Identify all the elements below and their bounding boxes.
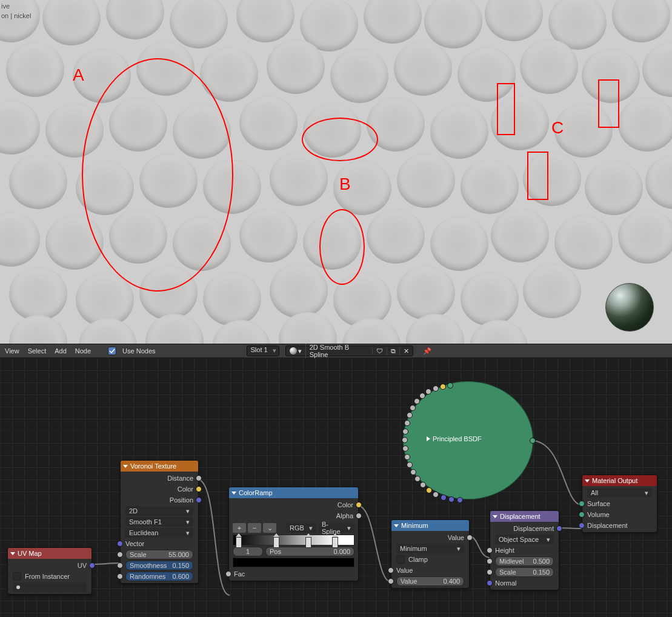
ramp-remove[interactable]: −	[248, 523, 261, 533]
input-vector: Vector	[125, 540, 144, 547]
menu-select[interactable]: Select	[27, 347, 48, 355]
dimple	[367, 209, 425, 264]
ramp-color-swatch[interactable]	[233, 558, 354, 567]
dimple	[239, 96, 298, 150]
voronoi-smoothness[interactable]: Smoothness0.150	[125, 561, 193, 570]
node-editor-canvas[interactable]: UV Map UV From Instancer Voronoi Texture…	[0, 358, 672, 617]
duplicate-icon[interactable]: ⧉	[387, 347, 399, 355]
close-icon[interactable]: ✕	[399, 347, 413, 355]
node-uvmap-header[interactable]: UV Map	[8, 548, 91, 559]
node-minimum-header[interactable]: Minimum	[391, 520, 469, 531]
bsdf-input[interactable]	[419, 393, 425, 399]
viewport-3d[interactable]: /* decorative dimples built below after …	[0, 0, 672, 344]
bsdf-input[interactable]	[402, 445, 408, 452]
bsdf-input[interactable]	[404, 420, 410, 426]
output-distance: Distance	[167, 475, 193, 482]
ramp-stop-0[interactable]	[236, 533, 242, 548]
ramp-interp[interactable]: B-Spline	[318, 523, 354, 533]
node-colorramp-header[interactable]: ColorRamp	[229, 487, 358, 498]
bsdf-input[interactable]	[447, 382, 453, 389]
node-minimum[interactable]: Minimum Value Minimum Clamp Value Value0…	[391, 519, 470, 589]
annotation-c-label: C	[551, 118, 564, 138]
ramp-mode[interactable]: RGB	[286, 523, 316, 533]
ramp-stop-3[interactable]	[332, 533, 338, 548]
material-slot-select[interactable]: Slot 1	[247, 345, 279, 356]
collapse-icon[interactable]	[231, 492, 236, 495]
math-operation[interactable]: Minimum	[396, 544, 464, 553]
bsdf-input[interactable]	[407, 412, 413, 418]
bsdf-output[interactable]	[530, 438, 536, 444]
node-voronoi-header[interactable]: Voronoi Texture	[121, 461, 198, 472]
bsdf-input[interactable]	[433, 492, 439, 498]
node-displacement[interactable]: Displacement Displacement Object Space H…	[490, 510, 559, 590]
voronoi-scale[interactable]: Scale55.000	[125, 550, 193, 559]
shield-icon[interactable]: 🛡	[372, 347, 387, 355]
from-instancer-checkbox[interactable]	[13, 572, 21, 581]
bsdf-input[interactable]	[414, 476, 421, 482]
output-displacement: Displacement	[513, 525, 554, 532]
bsdf-input[interactable]	[402, 429, 408, 435]
dimple	[585, 161, 643, 215]
bsdf-input[interactable]	[402, 437, 408, 443]
ramp-add[interactable]: +	[233, 523, 246, 533]
ramp-gradient[interactable]	[233, 535, 354, 545]
menu-node[interactable]: Node	[74, 347, 92, 355]
voronoi-dimensions[interactable]: 2D	[125, 506, 193, 516]
ramp-menu[interactable]: ⌄	[263, 523, 276, 533]
input-value-2[interactable]: Value0.400	[396, 576, 464, 586]
node-colorramp[interactable]: ColorRamp Color Alpha + − ⌄ RGB B-Spline	[228, 487, 359, 581]
output-target[interactable]: All	[587, 488, 652, 498]
use-nodes-checkbox[interactable]	[108, 347, 116, 355]
uvmap-select[interactable]	[13, 582, 87, 592]
node-uvmap[interactable]: UV Map UV From Instancer	[7, 547, 92, 595]
bsdf-input[interactable]	[414, 398, 420, 404]
ramp-stop-2[interactable]	[305, 533, 311, 548]
ramp-position[interactable]: Pos0.000	[265, 547, 354, 556]
bsdf-input[interactable]	[410, 405, 416, 411]
pin-icon[interactable]: 📌	[423, 347, 431, 355]
node-voronoi[interactable]: Voronoi Texture Distance Color Position …	[120, 460, 199, 584]
bsdf-input[interactable]	[457, 497, 463, 503]
bsdf-input[interactable]	[407, 462, 413, 468]
material-selector[interactable]: ▾ 2D Smooth B Spline 🛡 ⧉ ✕	[285, 345, 413, 356]
bsdf-input[interactable]	[426, 487, 432, 493]
bsdf-title[interactable]: Principled BSDF	[427, 435, 482, 442]
collapse-icon[interactable]	[123, 465, 128, 468]
displacement-midlevel[interactable]: Midlevel0.500	[495, 556, 554, 566]
node-principled-bsdf[interactable]: Principled BSDF	[403, 381, 533, 499]
clamp-checkbox[interactable]	[396, 555, 405, 564]
bsdf-input[interactable]	[441, 495, 447, 501]
collapse-icon[interactable]	[10, 552, 15, 555]
voronoi-randomness[interactable]: Randomnes0.600	[125, 572, 193, 581]
node-displacement-header[interactable]: Displacement	[490, 511, 559, 522]
menu-view[interactable]: View	[4, 347, 21, 355]
material-browse-icon[interactable]: ▾	[286, 347, 305, 355]
clamp-label: Clamp	[408, 556, 428, 563]
expand-icon[interactable]	[427, 436, 430, 441]
voronoi-metric[interactable]: Euclidean	[125, 528, 193, 538]
bsdf-input[interactable]	[448, 496, 454, 502]
displacement-space[interactable]: Object Space	[495, 535, 554, 544]
collapse-icon[interactable]	[493, 515, 497, 518]
ramp-stop-index[interactable]: 1	[233, 547, 263, 556]
bsdf-input[interactable]	[425, 389, 431, 395]
bsdf-input[interactable]	[433, 385, 439, 392]
node-material-output-header[interactable]: Material Output	[582, 475, 657, 486]
bsdf-input[interactable]	[420, 482, 426, 488]
bsdf-input[interactable]	[410, 469, 416, 475]
dimple	[9, 267, 67, 321]
material-name[interactable]: 2D Smooth B Spline	[305, 344, 372, 358]
uv-output: UV	[78, 562, 87, 569]
bsdf-input[interactable]	[404, 454, 410, 460]
collapse-icon[interactable]	[394, 524, 399, 527]
output-value: Value	[448, 534, 464, 541]
dimple	[618, 209, 672, 264]
node-material-output[interactable]: Material Output All Surface Volume Displ…	[582, 475, 657, 533]
ramp-stop-1[interactable]	[273, 533, 279, 548]
displacement-scale[interactable]: Scale0.150	[495, 567, 554, 577]
collapse-icon[interactable]	[585, 479, 590, 482]
menu-add[interactable]: Add	[53, 347, 68, 355]
node-title: UV Map	[18, 550, 42, 557]
bsdf-input[interactable]	[440, 384, 446, 390]
voronoi-feature[interactable]: Smooth F1	[125, 517, 193, 527]
